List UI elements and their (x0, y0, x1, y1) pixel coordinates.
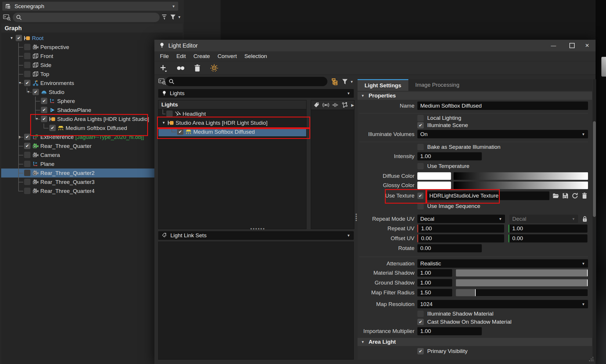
visibility-checkbox[interactable] (24, 170, 30, 176)
open-folder-icon[interactable] (552, 192, 559, 199)
intensity-input[interactable]: 1.00 (417, 152, 482, 160)
glossy-color-swatch[interactable] (417, 182, 451, 189)
delete-texture-icon[interactable] (581, 192, 588, 199)
window-resize-grip[interactable] (589, 356, 594, 362)
delete-button[interactable] (193, 64, 202, 73)
collapse-icon[interactable]: ▼ (9, 34, 15, 43)
maximize-button[interactable] (565, 40, 579, 51)
diffuse-color-gradient[interactable] (454, 172, 588, 180)
search-script-icon[interactable] (158, 78, 166, 85)
cast-shadow-checkbox[interactable]: ✔ (417, 319, 424, 325)
filter-lines-icon[interactable] (161, 13, 168, 21)
reload-icon[interactable] (571, 192, 578, 199)
light-link-icon[interactable] (332, 101, 339, 109)
close-button[interactable]: ✕ (580, 40, 594, 51)
attenuation-dropdown[interactable]: Realistic▼ (417, 259, 588, 268)
visibility-checkbox[interactable]: ✔ (49, 125, 56, 131)
repeat-u-input[interactable]: 1.00 (417, 224, 504, 233)
local-lighting-checkbox[interactable] (417, 115, 424, 121)
name-input[interactable]: Medium Softbox Diffused (417, 102, 588, 110)
save-icon[interactable] (562, 192, 569, 199)
illuminate-shadow-material-checkbox[interactable] (417, 311, 424, 317)
minimize-button[interactable]: — (547, 40, 560, 51)
search-script-icon[interactable] (3, 14, 11, 21)
filter-funnel-button[interactable]: ▼ (169, 13, 181, 21)
visibility-checkbox[interactable]: ✔ (41, 98, 47, 104)
lights-set-selector[interactable]: Lights ▼ (158, 89, 354, 98)
use-texture-checkbox[interactable]: ✔ (417, 193, 423, 199)
tree-row[interactable]: ✔Medium Softbox Diffused (158, 127, 306, 136)
visibility-checkbox[interactable] (24, 53, 30, 59)
tab-image-processing[interactable]: Image Processing (408, 79, 466, 91)
visibility-checkbox[interactable]: ✔ (24, 143, 30, 149)
visibility-checkbox[interactable]: ✔ (16, 35, 22, 41)
visibility-checkbox[interactable] (24, 179, 30, 185)
diffuse-color-swatch[interactable] (417, 172, 451, 180)
offset-v-input[interactable]: 0.00 (508, 234, 587, 242)
lights-filter-button[interactable]: ▼ (341, 78, 354, 86)
tag-icon[interactable] (313, 101, 320, 109)
highlight-light-button[interactable] (210, 64, 219, 73)
scenegraph-search-input[interactable] (13, 13, 160, 22)
visibility-checkbox[interactable]: ✔ (177, 128, 183, 135)
visibility-checkbox[interactable] (24, 44, 30, 50)
collapse-icon[interactable]: ▼ (161, 118, 167, 127)
primary-visibility-checkbox[interactable]: ✔ (417, 348, 424, 354)
rotate-input[interactable]: 0.00 (417, 244, 482, 252)
material-shadow-slider[interactable] (456, 269, 588, 277)
repeat-v-input[interactable]: 1.00 (508, 224, 587, 233)
illuminate-volumes-dropdown[interactable]: On▼ (417, 130, 588, 138)
illuminate-scene-checkbox[interactable]: ✔ (417, 122, 424, 128)
menu-file[interactable]: File (156, 53, 173, 59)
hierarchy-icon[interactable] (331, 78, 339, 86)
visibility-checkbox[interactable]: ✔ (24, 134, 30, 140)
horizontal-splitter-handle[interactable]: ●●●●●● (250, 227, 265, 230)
section-area-light[interactable]: ▼ Area Light (358, 338, 592, 346)
offset-u-input[interactable]: 0.00 (417, 234, 504, 242)
lights-search-input[interactable] (165, 77, 327, 86)
visibility-checkbox[interactable]: ✔ (41, 107, 47, 113)
menu-create[interactable]: Create (190, 53, 214, 59)
visibility-checkbox[interactable] (24, 188, 30, 194)
importance-multiplier-input[interactable]: 1.00 (417, 327, 482, 335)
properties-scrollbar[interactable] (593, 79, 596, 360)
map-resolution-dropdown[interactable]: 1024▼ (417, 300, 588, 308)
section-properties[interactable]: ▼ Properties (358, 92, 592, 100)
node-graph-icon[interactable] (341, 101, 348, 109)
repeat-mode-u-dropdown[interactable]: Decal▼ (417, 215, 505, 223)
light-link-sets-selector[interactable]: Light Link Sets ▼ (158, 231, 354, 240)
tree-row[interactable]: Headlight (158, 109, 306, 118)
visibility-checkbox[interactable] (24, 62, 30, 68)
scroll-right-icon[interactable]: ▶ (351, 103, 354, 107)
visibility-checkbox[interactable] (24, 71, 30, 77)
use-temperature-checkbox[interactable] (417, 163, 424, 169)
visibility-checkbox[interactable]: ✔ (24, 80, 30, 86)
ground-shadow-input[interactable]: 1.00 (417, 279, 452, 287)
bake-checkbox[interactable] (417, 144, 424, 150)
visibility-checkbox[interactable] (24, 152, 30, 158)
glossy-color-gradient[interactable] (454, 182, 588, 189)
visibility-checkbox[interactable]: ✔ (41, 116, 47, 122)
visibility-checkbox[interactable] (24, 161, 30, 167)
scrollbar-thumb[interactable] (593, 121, 596, 217)
material-shadow-input[interactable]: 1.00 (417, 269, 452, 277)
ground-shadow-slider[interactable] (456, 279, 588, 287)
map-filter-radius-input[interactable]: 1.50 (417, 289, 452, 296)
tree-row[interactable]: ▼Studio Area Lights [HDR Light Studio] (158, 118, 306, 127)
duplicate-button[interactable] (176, 64, 185, 73)
menu-edit[interactable]: Edit (173, 53, 190, 59)
add-light-button[interactable] (159, 64, 168, 73)
visibility-checkbox[interactable]: ✔ (33, 89, 39, 95)
vertical-splitter[interactable]: ●●●● (355, 77, 357, 360)
visibility-checkbox[interactable] (166, 111, 173, 117)
menu-selection[interactable]: Selection (241, 53, 271, 59)
menu-convert[interactable]: Convert (214, 53, 241, 59)
use-image-sequence-checkbox[interactable] (417, 203, 424, 209)
map-filter-radius-slider[interactable] (456, 289, 588, 296)
scenegraph-module-selector[interactable]: Scenegraph ▼ (2, 2, 178, 11)
incandescence-icon[interactable] (322, 101, 329, 109)
texture-name-field[interactable]: HDRLightStudioLive Texture (426, 191, 549, 200)
lock-icon[interactable] (582, 215, 588, 222)
titlebar[interactable]: Light Editor — ✕ (154, 40, 596, 51)
tab-light-settings[interactable]: Light Settings (358, 79, 408, 91)
